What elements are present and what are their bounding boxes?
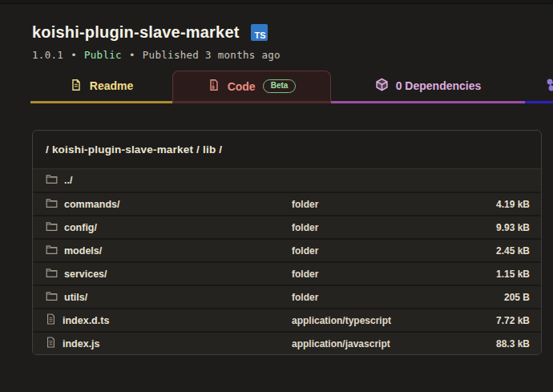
- folder-icon: [46, 198, 58, 211]
- file-type: application/javascript: [292, 338, 474, 350]
- file-row[interactable]: services/ folder 1.15 kB: [33, 261, 541, 285]
- tab-dependencies[interactable]: 0 Dependencies: [331, 71, 525, 103]
- code-zip-icon: [208, 79, 220, 94]
- folder-icon: [46, 291, 58, 304]
- file-row[interactable]: index.d.ts application/typescript 7.72 k…: [33, 308, 541, 331]
- tab-dependencies-label: 0 Dependencies: [396, 79, 482, 92]
- file-name: utils/: [64, 292, 87, 303]
- file-name: ../: [64, 175, 72, 186]
- file-size: 2.45 kB: [474, 245, 530, 257]
- file-size: 7.72 kB: [474, 315, 530, 326]
- package-meta: 1.0.1 • Public • Published 3 months ago: [32, 49, 553, 61]
- folder-icon: [46, 221, 58, 234]
- file-row[interactable]: commands/ folder 4.19 kB: [33, 192, 541, 215]
- folder-icon: [46, 174, 58, 187]
- typescript-badge-icon: TS: [251, 24, 268, 41]
- meta-separator: •: [129, 49, 135, 61]
- published-label: Published 3 months ago: [143, 49, 281, 61]
- folder-icon: [46, 268, 58, 281]
- file-size: 1.15 kB: [474, 269, 530, 280]
- beta-badge: Beta: [263, 79, 297, 93]
- file-row[interactable]: index.js application/javascript 88.3 kB: [33, 331, 541, 354]
- page-title: koishi-plugin-slave-market: [32, 23, 240, 42]
- visibility-label: Public: [84, 49, 122, 61]
- breadcrumb-path[interactable]: / koishi-plugin-slave-market / lib /: [33, 131, 541, 169]
- file-type: folder: [292, 199, 474, 210]
- file-type: folder: [292, 222, 474, 233]
- tab-code[interactable]: Code Beta: [172, 71, 331, 103]
- file-row[interactable]: utils/ folder 205 B: [33, 285, 541, 308]
- file-icon: [46, 337, 56, 350]
- version-label: 1.0.1: [32, 49, 63, 61]
- tab-readme-label: Readme: [90, 79, 133, 92]
- tab-readme[interactable]: Readme: [30, 71, 172, 103]
- file-type: folder: [292, 245, 474, 257]
- file-type: application/typescript: [292, 315, 474, 326]
- file-size: 9.93 kB: [474, 222, 530, 233]
- tab-bar: Readme Code Beta 0 Dependencies: [0, 71, 553, 103]
- file-name: models/: [64, 245, 102, 257]
- package-cube-icon: [375, 78, 389, 94]
- file-name: index.d.ts: [63, 315, 109, 326]
- tab-bar-spacer: [0, 71, 30, 103]
- file-row[interactable]: models/ folder 2.45 kB: [33, 238, 541, 261]
- meta-separator: •: [71, 49, 77, 61]
- folder-icon: [46, 244, 58, 257]
- file-name: commands/: [64, 199, 119, 210]
- file-icon: [46, 313, 56, 327]
- file-type: folder: [292, 292, 474, 303]
- tab-dependents-partial[interactable]: [525, 71, 553, 103]
- package-header: koishi-plugin-slave-market TS 1.0.1 • Pu…: [0, 4, 553, 61]
- file-browser-panel: / koishi-plugin-slave-market / lib / ../: [32, 130, 542, 355]
- file-size: 205 B: [474, 292, 530, 303]
- file-row[interactable]: config/ folder 9.93 kB: [33, 215, 541, 238]
- file-size: 4.19 kB: [474, 199, 530, 210]
- file-name: services/: [64, 269, 107, 280]
- readme-doc-icon: [70, 79, 83, 94]
- file-name: index.js: [63, 338, 100, 350]
- dependents-cluster-icon: [544, 77, 553, 95]
- tab-code-label: Code: [228, 80, 256, 93]
- file-name: config/: [64, 222, 97, 233]
- file-list: ../ commands/ folder 4.19 kB: [33, 169, 541, 354]
- file-type: folder: [292, 269, 474, 280]
- file-row[interactable]: ../: [33, 169, 541, 192]
- file-size: 88.3 kB: [474, 338, 530, 350]
